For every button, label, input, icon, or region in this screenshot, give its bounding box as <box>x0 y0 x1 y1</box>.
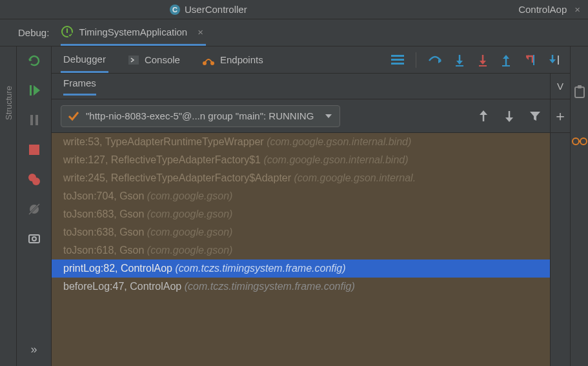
stack-frame[interactable]: write:127, ReflectiveTypeAdapterFactory$… <box>52 151 550 169</box>
editor-tab-controlaop[interactable]: ControlAop × <box>511 0 588 19</box>
force-step-into-icon[interactable] <box>477 54 489 66</box>
svg-rect-6 <box>35 115 38 125</box>
chevron-down-icon <box>324 112 333 121</box>
glasses-icon[interactable] <box>572 137 587 146</box>
variables-panel-edge: V ＋ <box>551 74 570 366</box>
console-icon <box>128 54 139 66</box>
tab-debugger[interactable]: Debugger <box>61 46 108 73</box>
svg-rect-20 <box>391 63 404 65</box>
prev-frame-icon[interactable] <box>478 110 489 123</box>
svg-point-9 <box>32 178 40 185</box>
svg-rect-19 <box>391 59 404 61</box>
svg-rect-32 <box>575 87 584 97</box>
debug-header: Debug: TimingSystemApplication × <box>0 19 588 46</box>
stop-button[interactable] <box>26 142 42 158</box>
thread-selector-row: "http-nio-8083-exec-5"@...n group "main"… <box>52 99 550 133</box>
stack-frame[interactable]: toJson:618, Gson (com.google.gson) <box>52 241 550 259</box>
svg-point-14 <box>32 237 36 241</box>
thread-dump-button[interactable] <box>26 231 42 247</box>
run-config-tab[interactable]: TimingSystemApplication × <box>61 19 206 46</box>
svg-point-35 <box>580 138 587 145</box>
svg-text:C: C <box>172 6 177 14</box>
spring-boot-icon <box>61 25 74 38</box>
run-config-label: TimingSystemApplication <box>79 26 187 37</box>
step-out-icon[interactable] <box>500 54 512 66</box>
drop-frame-icon[interactable] <box>523 54 536 66</box>
svg-point-34 <box>573 138 579 145</box>
svg-rect-33 <box>578 85 582 88</box>
class-icon: C <box>169 4 181 15</box>
stack-frame[interactable]: toJson:704, Gson (com.google.gson) <box>52 187 550 205</box>
close-icon[interactable]: × <box>198 26 203 37</box>
svg-rect-18 <box>391 55 404 57</box>
frames-list[interactable]: write:53, TypeAdapterRuntimeTypeWrapper … <box>52 133 550 366</box>
run-to-cursor-icon[interactable] <box>548 54 561 66</box>
right-gutter <box>570 46 588 366</box>
filter-icon[interactable] <box>529 110 541 122</box>
vars-label-initial: V <box>557 81 563 92</box>
frames-panel-header: Frames <box>52 74 550 99</box>
rerun-button[interactable] <box>26 53 42 68</box>
tab-console[interactable]: Console <box>125 46 183 73</box>
more-button[interactable]: » <box>26 341 42 357</box>
stack-frame[interactable]: toJson:638, Gson (com.google.gson) <box>52 223 550 241</box>
debug-label: Debug: <box>18 27 49 38</box>
endpoints-icon <box>202 54 215 66</box>
svg-rect-5 <box>30 115 33 125</box>
svg-rect-7 <box>29 145 39 155</box>
stack-frame[interactable]: write:245, ReflectiveTypeAdapterFactory$… <box>52 169 550 187</box>
left-gutter: Structure <box>0 46 17 366</box>
thread-dropdown[interactable]: "http-nio-8083-exec-5"@...n group "main"… <box>61 105 340 127</box>
editor-tab-label: ControlAop <box>518 4 567 15</box>
threads-view-icon[interactable] <box>391 55 404 65</box>
editor-tabbar: C UserController ControlAop × <box>0 0 588 19</box>
frames-title: Frames <box>63 77 96 96</box>
tab-label: Endpoints <box>220 54 263 65</box>
structure-tool-label[interactable]: Structure <box>3 86 13 120</box>
stack-frame[interactable]: printLog:82, ControlAop (com.tczs.timing… <box>52 259 550 278</box>
step-over-icon[interactable] <box>428 54 442 66</box>
mute-breakpoints-button[interactable] <box>26 201 42 217</box>
stack-frame[interactable]: write:53, TypeAdapterRuntimeTypeWrapper … <box>52 133 550 151</box>
check-icon <box>68 110 79 122</box>
svg-rect-13 <box>29 235 39 243</box>
step-into-icon[interactable] <box>454 54 465 66</box>
separator <box>416 52 416 68</box>
stack-frame[interactable]: beforeLog:47, ControlAop (com.tczs.timin… <box>52 278 550 296</box>
svg-rect-4 <box>30 85 32 96</box>
thread-name: "http-nio-8083-exec-5"@...n group "main"… <box>86 110 314 121</box>
close-icon[interactable]: × <box>574 4 580 15</box>
editor-tab-label: UserController <box>185 4 247 15</box>
add-watch-button[interactable]: ＋ <box>553 107 567 126</box>
tab-endpoints[interactable]: Endpoints <box>199 46 266 73</box>
stack-frame[interactable]: toJson:683, Gson (com.google.gson) <box>52 205 550 223</box>
next-frame-icon[interactable] <box>503 110 515 123</box>
clipboard-icon[interactable] <box>574 85 585 98</box>
pause-button[interactable] <box>26 112 42 128</box>
tab-label: Console <box>145 54 180 65</box>
view-breakpoints-button[interactable] <box>26 172 42 187</box>
debugger-tabbar: Debugger Console Endpoints <box>52 46 570 74</box>
debug-toolbar: » <box>17 46 52 366</box>
editor-tab-usercontroller[interactable]: C UserController <box>161 0 255 19</box>
resume-button[interactable] <box>26 83 42 98</box>
tab-label: Debugger <box>63 54 106 65</box>
